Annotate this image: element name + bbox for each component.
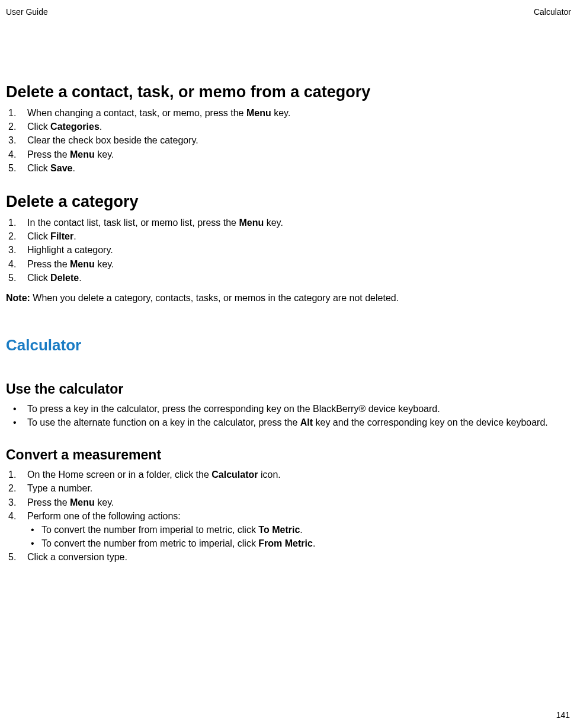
steps-delete-from-category: When changing a contact, task, or memo, … xyxy=(6,106,571,175)
list-item: Click Save. xyxy=(6,161,571,175)
page-header: User Guide Calculator xyxy=(6,7,571,17)
list-item: Perform one of the following actions: To… xyxy=(6,509,571,551)
page-number: 141 xyxy=(556,710,570,720)
list-item: On the Home screen or in a folder, click… xyxy=(6,468,571,481)
sublist-convert: To convert the number from imperial to m… xyxy=(27,523,571,550)
list-item: Click Filter. xyxy=(6,229,571,243)
heading-convert-measurement: Convert a measurement xyxy=(6,447,571,463)
list-item: To convert the number from imperial to m… xyxy=(27,523,571,537)
header-right: Calculator xyxy=(534,7,571,17)
list-item: Clear the check box beside the category. xyxy=(6,133,571,147)
list-item: Press the Menu key. xyxy=(6,257,571,271)
heading-delete-category: Delete a category xyxy=(6,193,571,211)
list-item: Click Categories. xyxy=(6,120,571,133)
list-use-calculator: To press a key in the calculator, press … xyxy=(6,402,571,429)
steps-delete-category: In the contact list, task list, or memo … xyxy=(6,216,571,285)
list-item: When changing a contact, task, or memo, … xyxy=(6,106,571,120)
list-item: To convert the number from metric to imp… xyxy=(27,537,571,550)
list-item: To use the alternate function on a key i… xyxy=(6,416,571,429)
list-item: Press the Menu key. xyxy=(6,496,571,509)
list-item: Click a conversion type. xyxy=(6,550,571,564)
list-item: Type a number. xyxy=(6,481,571,495)
note-delete-category: Note: When you delete a category, contac… xyxy=(6,293,571,304)
steps-convert-measurement: On the Home screen or in a folder, click… xyxy=(6,468,571,564)
heading-use-calculator: Use the calculator xyxy=(6,381,571,397)
heading-calculator: Calculator xyxy=(6,336,571,355)
heading-delete-from-category: Delete a contact, task, or memo from a c… xyxy=(6,83,571,101)
list-item: To press a key in the calculator, press … xyxy=(6,402,571,416)
header-left: User Guide xyxy=(6,7,48,17)
note-text: When you delete a category, contacts, ta… xyxy=(30,293,399,303)
list-item: In the contact list, task list, or memo … xyxy=(6,216,571,229)
list-item: Press the Menu key. xyxy=(6,148,571,161)
page-content: Delete a contact, task, or memo from a c… xyxy=(6,83,571,564)
list-item: Highlight a category. xyxy=(6,243,571,257)
note-label: Note: xyxy=(6,293,30,303)
list-item: Click Delete. xyxy=(6,271,571,285)
